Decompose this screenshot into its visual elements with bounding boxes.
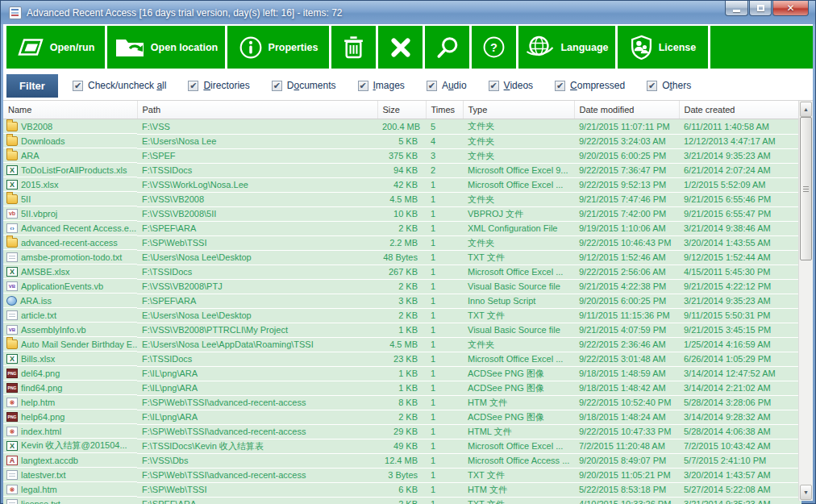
table-row[interactable]: find64.pngF:\IL\png\ARA1 KB1ACDSee PNG 图… bbox=[3, 381, 801, 395]
checkbox-checked-icon[interactable]: ✔ bbox=[188, 81, 198, 91]
table-row[interactable]: ApplicationEvents.vbF:\VSS\VB2008\PTJ2 K… bbox=[3, 279, 801, 294]
table-row[interactable]: AMSBE.xlsxF:\TSSIDocs267 KB1Microsoft Of… bbox=[3, 264, 801, 279]
table-row[interactable]: 5II.vbprojF:\VSS\VB2008\5II10 KB1VBPROJ … bbox=[3, 206, 801, 221]
column-header-times[interactable]: Times bbox=[426, 101, 463, 119]
table-row[interactable]: ARA.issF:\SPEF\ARA3 KB1Inno Setup Script… bbox=[3, 294, 801, 308]
file-name: 5II bbox=[21, 194, 31, 204]
cell-modified: 9/20/2015 8:49:07 PM bbox=[574, 453, 679, 468]
filter-checkbox-compressed[interactable]: ✔Compressed bbox=[555, 80, 625, 91]
table-row[interactable]: Kevin 收入结算@201504...F:\TSSIDocs\Kevin 收入… bbox=[3, 439, 801, 453]
table-row[interactable]: DownloadsE:\Users\Nosa Lee5 KB4文件夹9/22/2… bbox=[3, 134, 801, 148]
table-row[interactable]: AssemblyInfo.vbF:\VSS\VB2008\PTTRCLI\My … bbox=[3, 323, 801, 337]
checkbox-checked-icon[interactable]: ✔ bbox=[647, 81, 657, 91]
language-button[interactable]: Language bbox=[518, 26, 615, 69]
vbproj-icon bbox=[6, 209, 18, 219]
text-icon bbox=[6, 470, 18, 480]
filter-tab[interactable]: Filter bbox=[6, 74, 58, 98]
filter-checkbox-images[interactable]: ✔Images bbox=[358, 80, 405, 91]
scrollbar-thumb[interactable] bbox=[800, 117, 812, 260]
toolbar-filler bbox=[710, 26, 813, 69]
table-row[interactable]: index.htmlF:\SP\Web\TSSI\advanced-recent… bbox=[3, 424, 801, 439]
checkbox-checked-icon[interactable]: ✔ bbox=[555, 81, 565, 91]
cell-path: F:\TSSIDocs bbox=[137, 264, 377, 279]
cell-times: 1 bbox=[426, 453, 463, 468]
column-header-name[interactable]: Name bbox=[3, 101, 137, 119]
cell-created: 1/2/2015 5:52:09 AM bbox=[679, 177, 801, 192]
cell-times: 1 bbox=[426, 337, 463, 352]
filter-checkbox-check-uncheck-all[interactable]: ✔Check/uncheck all bbox=[73, 80, 166, 91]
filter-checkbox-others[interactable]: ✔Others bbox=[647, 80, 691, 91]
scroll-down-arrow-icon[interactable]: ▼ bbox=[800, 485, 812, 500]
scroll-up-arrow-icon[interactable]: ▲ bbox=[800, 102, 812, 117]
cell-times: 2 bbox=[426, 163, 463, 177]
close-button[interactable]: ✕ bbox=[772, 1, 809, 16]
help-button[interactable]: ? bbox=[472, 26, 516, 69]
cell-created: 3/21/2014 9:35:23 AM bbox=[679, 497, 801, 504]
properties-button[interactable]: Properties bbox=[227, 26, 329, 69]
cell-type: HTM 文件 bbox=[463, 482, 574, 497]
clear-button[interactable] bbox=[378, 26, 423, 69]
table-row[interactable]: 2015.xlsxF:\VSS\WorkLog\Nosa.Lee42 KB1Mi… bbox=[3, 177, 801, 192]
table-row[interactable]: article.txtE:\Users\Nosa Lee\Desktop2 KB… bbox=[3, 308, 801, 323]
table-row[interactable]: help64.pngF:\IL\png\ARA2 KB1ACDSee PNG 图… bbox=[3, 410, 801, 424]
checkbox-checked-icon[interactable]: ✔ bbox=[427, 81, 437, 91]
checkbox-checked-icon[interactable]: ✔ bbox=[272, 81, 282, 91]
filter-checkbox-documents[interactable]: ✔Documents bbox=[272, 80, 336, 91]
search-button[interactable] bbox=[425, 26, 469, 69]
filter-checkbox-directories[interactable]: ✔Directories bbox=[188, 80, 249, 91]
file-name: article.txt bbox=[21, 310, 56, 320]
table-row[interactable]: amsbe-promotion-todo.txtE:\Users\Nosa Le… bbox=[3, 250, 801, 264]
table-row[interactable]: license.txtF:\SPEF\ARA2 KB1TXT 文件4/10/20… bbox=[3, 497, 801, 504]
table-row[interactable]: VB2008F:\VSS200.4 MB5文件夹9/21/2015 11:07:… bbox=[3, 119, 801, 135]
cell-modified: 9/12/2015 1:52:46 AM bbox=[574, 250, 679, 264]
cell-path: F:\SPEF bbox=[137, 148, 377, 163]
checkbox-checked-icon[interactable]: ✔ bbox=[73, 81, 83, 91]
cell-created: 3/21/2014 9:38:46 AM bbox=[679, 221, 801, 235]
cell-times: 1 bbox=[426, 221, 463, 235]
table-row[interactable]: del64.pngF:\IL\png\ARA1 KB1ACDSee PNG 图像… bbox=[3, 366, 801, 381]
cell-size: 2 KB bbox=[377, 308, 426, 323]
cell-size: 3 KB bbox=[377, 294, 426, 308]
table-row[interactable]: ARAF:\SPEF375 KB3文件夹9/20/2015 6:00:25 PM… bbox=[3, 148, 801, 163]
vertical-scrollbar[interactable]: ▲ ▼ bbox=[798, 101, 813, 501]
filter-checkbox-audio[interactable]: ✔Audio bbox=[427, 80, 467, 91]
column-header-type[interactable]: Type bbox=[463, 101, 574, 119]
cell-modified: 9/20/2015 6:00:25 PM bbox=[574, 294, 679, 308]
cell-modified: 9/22/2015 10:46:43 PM bbox=[574, 235, 679, 250]
delete-button[interactable] bbox=[331, 26, 376, 69]
close-x-icon bbox=[389, 36, 412, 59]
open-location-button[interactable]: Open location bbox=[107, 26, 225, 69]
checkbox-checked-icon[interactable]: ✔ bbox=[358, 81, 368, 91]
cell-type: XML Configuration File bbox=[463, 221, 574, 235]
cell-times: 5 bbox=[426, 119, 463, 135]
cell-created: 9/21/2015 6:55:46 PM bbox=[679, 192, 801, 206]
table-row[interactable]: advanced-recent-accessF:\SP\Web\TSSI2.2 … bbox=[3, 235, 801, 250]
open-run-button[interactable]: Open/run bbox=[6, 26, 105, 69]
maximize-button[interactable] bbox=[749, 1, 772, 16]
toolbar-button-label: Language bbox=[560, 42, 608, 53]
column-header-size[interactable]: Size bbox=[377, 101, 426, 119]
table-row[interactable]: Auto Mail Sender Birthday E...E:\Users\N… bbox=[3, 337, 801, 352]
cell-type: TXT 文件 bbox=[463, 250, 574, 264]
table-row[interactable]: 5IIF:\VSS\VB20084.5 MB1文件夹9/21/2015 7:47… bbox=[3, 192, 801, 206]
table-row[interactable]: Advanced Recent Access.e...F:\SPEF\ARA2 … bbox=[3, 221, 801, 235]
access-icon bbox=[6, 456, 18, 465]
minimize-button[interactable] bbox=[725, 1, 748, 16]
license-button[interactable]: License bbox=[618, 26, 708, 69]
filter-checkbox-videos[interactable]: ✔Videos bbox=[489, 80, 533, 91]
column-header-date-modified[interactable]: Date modified bbox=[574, 101, 679, 119]
checkbox-checked-icon[interactable]: ✔ bbox=[489, 81, 499, 91]
file-name: help64.png bbox=[21, 412, 65, 422]
table-row[interactable]: Bills.xlsxF:\TSSIDocs23 KB1Microsoft Off… bbox=[3, 352, 801, 366]
cell-modified: 9/21/2015 4:22:38 PM bbox=[574, 279, 679, 294]
close-icon: ✕ bbox=[786, 3, 794, 13]
table-row[interactable]: help.htmF:\SP\Web\TSSI\advanced-recent-a… bbox=[3, 395, 801, 410]
table-row[interactable]: latestver.txtF:\SP\Web\TSSI\advanced-rec… bbox=[3, 468, 801, 482]
table-row[interactable]: langtext.accdbF:\VSS\Dbs12.4 MB1Microsof… bbox=[3, 453, 801, 468]
column-header-path[interactable]: Path bbox=[137, 101, 377, 119]
checkbox-label: Images bbox=[373, 80, 405, 91]
table-row[interactable]: legal.htmF:\SP\Web\TSSI6 KB1HTM 文件5/22/2… bbox=[3, 482, 801, 497]
file-name: langtext.accdb bbox=[21, 456, 78, 465]
table-row[interactable]: ToDoListForAllProducts.xlsF:\TSSIDocs94 … bbox=[3, 163, 801, 177]
column-header-date-created[interactable]: Date created bbox=[679, 101, 801, 119]
